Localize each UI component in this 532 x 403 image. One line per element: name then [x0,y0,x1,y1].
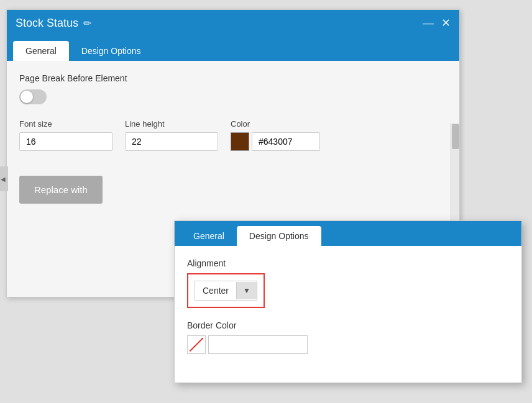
color-field [231,132,320,151]
window-title-text: Stock Status [16,17,78,30]
font-size-input[interactable] [19,132,112,151]
front-window-content: Alignment Center ▼ Border Color [175,246,521,383]
line-height-label: Line height [125,119,218,129]
tab-general-front[interactable]: General [181,226,237,246]
page-break-label: Page Break Before Element [19,73,447,83]
page-break-toggle[interactable] [19,89,47,104]
fields-row: Font size Line height Color [19,119,447,151]
tabs-row-back: General Design Options [7,36,459,61]
toggle-knob [21,91,33,103]
border-color-row [187,335,509,354]
edit-icon[interactable]: ✏ [83,17,91,29]
tab-design-front[interactable]: Design Options [237,226,321,246]
title-controls: — ✕ [423,16,451,30]
border-color-input[interactable] [208,335,308,354]
tab-design-back[interactable]: Design Options [69,41,154,61]
replace-with-button[interactable]: Replace with [19,176,103,204]
minimize-button[interactable]: — [423,17,434,30]
color-label: Color [231,119,320,129]
color-swatch[interactable] [231,132,249,151]
border-color-section: Border Color [187,320,509,354]
font-size-label: Font size [19,119,112,129]
alignment-section: Alignment Center ▼ [187,258,509,308]
collapse-arrow[interactable]: ◀ [0,166,8,191]
no-color-swatch[interactable] [187,335,206,354]
font-size-group: Font size [19,119,112,151]
alignment-label: Alignment [187,258,509,268]
scroll-thumb [452,124,459,149]
page-break-section: Page Break Before Element [19,73,447,104]
title-bar-back: Stock Status ✏ — ✕ [7,10,459,36]
alignment-select[interactable]: Center ▼ [195,281,257,301]
tab-general-back[interactable]: General [13,41,69,61]
window-title-back: Stock Status ✏ [16,17,91,30]
alignment-dropdown-arrow[interactable]: ▼ [236,282,257,299]
alignment-value: Center [195,281,236,300]
color-group: Color [231,119,320,151]
alignment-box: Center ▼ [187,273,265,308]
border-color-label: Border Color [187,320,509,330]
close-button[interactable]: ✕ [441,16,451,30]
front-window: General Design Options Alignment Center … [174,220,522,383]
line-height-group: Line height [125,119,218,151]
color-hex-input[interactable] [252,132,320,151]
line-height-input[interactable] [125,132,218,151]
tabs-row-front: General Design Options [175,221,521,246]
